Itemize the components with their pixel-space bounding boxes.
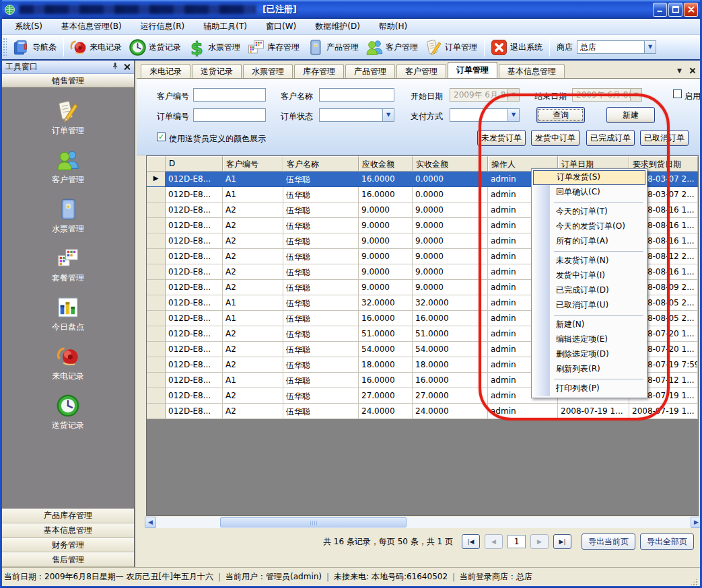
toolbar-button-clock[interactable]: 送货记录 <box>126 37 185 58</box>
sidebar-item-chart[interactable]: 今日盘点 <box>2 289 134 338</box>
column-header[interactable]: 应收金额 <box>359 156 413 172</box>
new-button[interactable]: 新建 <box>606 107 655 123</box>
tab-4[interactable]: 库存管理 <box>294 64 344 78</box>
page-number-input[interactable] <box>507 535 526 548</box>
sidebar-item-product[interactable]: ★水票管理 <box>2 191 134 240</box>
context-menu-item[interactable]: 已取消订单(U) <box>533 298 645 313</box>
column-header[interactable]: 客户编号 <box>223 156 283 172</box>
column-header[interactable]: D <box>166 156 223 172</box>
close-button[interactable] <box>684 3 698 17</box>
order-status-combobox[interactable]: ▼ <box>319 108 394 122</box>
export-current-page-button[interactable]: 导出当前页 <box>582 534 635 550</box>
maximize-button[interactable] <box>668 3 682 17</box>
status-filter-button-1[interactable]: 未发货订单 <box>477 130 526 146</box>
toolbar-button-order[interactable]: 订单管理 <box>422 37 481 58</box>
cell-receivable: 27.0000 <box>359 388 413 404</box>
scroll-right-icon[interactable]: ▶ <box>691 517 702 528</box>
context-menu-item[interactable]: 发货中订单(I) <box>533 268 645 283</box>
scroll-left-icon[interactable]: ◀ <box>145 517 156 528</box>
sidebar-item-order[interactable]: 订单管理 <box>2 93 134 142</box>
prev-page-button[interactable]: ◀ <box>485 534 503 549</box>
cell-customer_name: 伍华聪 <box>283 326 359 342</box>
enable-checkbox[interactable] <box>673 89 682 98</box>
context-menu-item[interactable]: 刷新列表(R) <box>533 362 645 377</box>
sidebar-item-calendar[interactable]: 套餐管理 <box>2 240 134 289</box>
sidebar-group-3[interactable]: 财务管理 <box>2 538 134 553</box>
toolbar-button-product[interactable]: ★产品管理 <box>304 37 363 58</box>
order-no-input[interactable] <box>193 108 266 122</box>
chevron-down-icon[interactable]: ▼ <box>507 109 519 121</box>
toolbar-button-dollar[interactable]: $水票管理 <box>185 37 244 58</box>
shop-combobox[interactable]: 总店 ▼ <box>577 40 656 54</box>
column-header[interactable]: 客户名称 <box>283 156 359 172</box>
sidebar-group-1[interactable]: 产品库存管理 <box>2 509 134 523</box>
context-menu-item[interactable]: 订单发货(S) <box>533 170 645 185</box>
menu-item[interactable]: 基本信息管理(B) <box>52 19 131 34</box>
scrollbar-thumb[interactable] <box>220 517 407 527</box>
status-filter-button-2[interactable]: 发货中订单 <box>531 130 580 146</box>
menu-item[interactable]: 窗口(W) <box>256 19 306 34</box>
pin-icon[interactable] <box>111 62 119 72</box>
sidebar-item-clock[interactable]: 送货记录 <box>2 388 134 437</box>
sidebar-close-icon[interactable] <box>123 63 131 71</box>
first-page-button[interactable]: |◀ <box>462 534 480 549</box>
context-menu-item[interactable]: 今天的订单(T) <box>533 205 645 219</box>
export-all-pages-button[interactable]: 导出全部页 <box>640 534 694 550</box>
menu-item[interactable]: 运行信息(R) <box>131 19 195 34</box>
sidebar-item-bell[interactable]: 来电记录 <box>2 338 134 388</box>
table-row[interactable]: 012D-E8...A2伍华聪24.000024.0000admin2008-0… <box>147 404 698 419</box>
close-tab-icon[interactable] <box>689 67 695 74</box>
menu-item[interactable]: 帮助(H) <box>370 19 417 34</box>
sidebar-group-4[interactable]: 售后管理 <box>2 552 134 567</box>
context-menu-item[interactable]: 今天的发货订单(O) <box>533 219 645 234</box>
context-menu-item[interactable]: 未发货订单(N) <box>533 254 645 268</box>
chevron-down-icon[interactable]: ▼ <box>644 41 656 53</box>
menu-item[interactable]: 辅助工具(T) <box>194 19 256 34</box>
context-menu-item[interactable]: 新建(N) <box>533 318 645 332</box>
customer-name-input[interactable] <box>319 88 394 102</box>
context-menu-item[interactable]: 编辑选定项(E) <box>533 332 645 347</box>
column-header[interactable]: 实收金额 <box>413 156 488 172</box>
tab-1[interactable]: 来电记录 <box>141 64 190 78</box>
customer-no-input[interactable] <box>193 88 266 102</box>
menu-item[interactable]: 数据维护(D) <box>306 19 370 34</box>
tab-8[interactable]: 基本信息管理 <box>499 64 565 78</box>
tab-6[interactable]: 客户管理 <box>396 64 446 78</box>
tab-2[interactable]: 送货记录 <box>192 64 242 78</box>
menu-item[interactable]: 系统(S) <box>5 19 52 34</box>
sidebar-group-2[interactable]: 基本信息管理 <box>2 523 134 538</box>
censored-title-text <box>19 5 256 14</box>
next-page-button[interactable]: ▶ <box>530 534 549 549</box>
tab-3[interactable]: 水票管理 <box>243 64 293 78</box>
status-filter-button-4[interactable]: 已取消订单 <box>640 130 689 146</box>
sidebar-item-customers[interactable]: 客户管理 <box>2 142 134 191</box>
toolbar-button-exit[interactable]: 退出系统 <box>487 37 547 58</box>
context-menu-item[interactable]: 所有的订单(A) <box>533 234 645 249</box>
pay-method-combobox[interactable]: ▼ <box>450 108 520 122</box>
context-menu-item[interactable]: 已完成订单(D) <box>533 283 645 298</box>
minimize-button[interactable] <box>653 3 667 17</box>
last-page-button[interactable]: ▶| <box>553 534 571 549</box>
toolbar-button-book[interactable]: 导航条 <box>9 37 61 58</box>
tab-7[interactable]: 订单管理 <box>448 62 497 78</box>
color-checkbox[interactable]: ✓ <box>157 133 166 141</box>
column-header[interactable] <box>147 156 166 172</box>
toolbar-button-bell[interactable]: 来电记录 <box>67 37 126 58</box>
horizontal-scrollbar[interactable]: ◀ ▶ <box>145 517 702 528</box>
start-date-picker[interactable]: 2009年 6月 8日▼ <box>450 88 520 102</box>
chevron-down-icon[interactable]: ▼ <box>677 67 682 74</box>
status-segment: 当前日期：2009年6月8日星期一 农历己丑[牛]年五月十六 <box>4 571 213 583</box>
context-menu-item[interactable]: 打印列表(P) <box>533 381 645 396</box>
toolbar-button-customers[interactable]: 客户管理 <box>363 37 422 58</box>
end-date-picker[interactable]: 2009年 6月 8日▼ <box>572 88 642 102</box>
context-menu-item[interactable]: 删除选定项(D) <box>533 347 645 362</box>
chevron-down-icon[interactable]: ▼ <box>382 109 394 121</box>
row-indicator <box>147 249 166 264</box>
sidebar-section-header[interactable]: 销售管理 <box>2 74 134 87</box>
toolbar-grip[interactable] <box>3 38 7 57</box>
toolbar-button-calendar[interactable]: 库存管理 <box>244 37 304 58</box>
query-button[interactable]: 查询 <box>536 107 585 123</box>
context-menu-item[interactable]: 回单确认(C) <box>533 185 645 200</box>
tab-5[interactable]: 产品管理 <box>345 64 395 78</box>
status-filter-button-3[interactable]: 已完成订单 <box>586 130 635 146</box>
